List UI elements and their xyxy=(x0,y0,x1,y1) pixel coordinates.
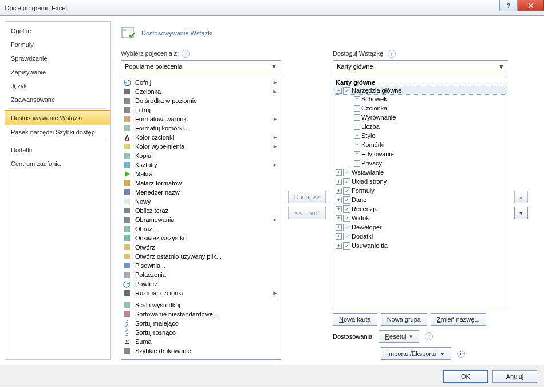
command-item[interactable]: Σ Suma xyxy=(121,337,281,346)
sidebar-item[interactable]: Zaawansowane xyxy=(5,93,110,106)
sidebar-item[interactable]: Ogólne xyxy=(5,24,110,38)
command-item[interactable]: Kolor wypełnienia ► xyxy=(121,142,281,151)
expand-icon[interactable]: + xyxy=(354,124,360,130)
info-icon[interactable]: i xyxy=(182,50,190,58)
command-item[interactable]: Menedżer nazw xyxy=(121,188,281,197)
close-button[interactable] xyxy=(518,0,544,11)
sidebar-item[interactable]: Zapisywanie xyxy=(5,65,110,79)
commands-from-combo[interactable]: Popularne polecenia ▼ xyxy=(121,60,281,72)
checkbox-icon[interactable]: ✓ xyxy=(343,233,350,240)
command-item[interactable]: Formatow. warunk. ► xyxy=(121,114,281,124)
tree-row[interactable]: −✓ Narzędzia główne xyxy=(334,86,507,95)
tree-row[interactable]: +✓ Recenzja xyxy=(334,204,507,213)
command-item[interactable]: Szybkie drukowanie xyxy=(121,346,281,355)
expand-icon[interactable]: + xyxy=(336,233,342,240)
tree-row[interactable]: +✓ Wstawianie xyxy=(334,168,507,177)
command-item[interactable]: Rozmiar czcionki I▸ xyxy=(121,288,281,298)
customize-ribbon-combo[interactable]: Karty główne ▼ xyxy=(333,60,508,72)
checkbox-icon[interactable]: ✓ xyxy=(343,196,350,204)
command-item[interactable]: Scal i wyśrodkuj xyxy=(121,300,281,310)
checkbox-icon[interactable]: ✓ xyxy=(343,242,350,250)
command-item[interactable]: ZA Sortuj malejąco xyxy=(121,319,281,328)
command-item[interactable]: A Kolor czcionki ► xyxy=(121,133,281,142)
new-tab-button[interactable]: Nowa karta xyxy=(333,313,377,326)
remove-button[interactable]: << Usuń xyxy=(288,207,326,219)
command-item[interactable]: Otwórz ostatnio używany plik... xyxy=(121,252,281,261)
move-down-button[interactable]: ▾ xyxy=(514,207,528,219)
expand-icon[interactable]: + xyxy=(354,114,360,121)
checkbox-icon[interactable]: ✓ xyxy=(343,178,350,185)
expand-icon[interactable]: + xyxy=(354,96,360,102)
sidebar-item[interactable]: Centrum zaufania xyxy=(5,157,110,171)
tree-row[interactable]: + Liczba xyxy=(334,122,507,131)
info-icon[interactable]: i xyxy=(457,350,465,358)
move-up-button[interactable]: ▴ xyxy=(514,191,528,203)
command-item[interactable]: Obraz... xyxy=(121,224,281,233)
expand-icon[interactable]: + xyxy=(354,105,360,112)
tree-row[interactable]: +✓ Deweloper xyxy=(334,223,507,232)
command-item[interactable]: Obramowania ► xyxy=(121,215,281,224)
expand-icon[interactable]: + xyxy=(336,224,342,231)
command-item[interactable]: Filtruj xyxy=(121,105,281,114)
import-export-button[interactable]: Importuj/Eksportuj▼ xyxy=(381,347,451,360)
ok-button[interactable]: OK xyxy=(443,370,488,383)
checkbox-icon[interactable]: ✓ xyxy=(343,187,350,195)
command-item[interactable]: Malarz formatów xyxy=(121,179,281,188)
command-item[interactable]: Do środka w poziomie xyxy=(121,96,281,105)
command-item[interactable]: Kopiuj xyxy=(121,151,281,160)
info-icon[interactable]: i xyxy=(425,332,433,340)
tree-row[interactable]: +✓ Widok xyxy=(334,213,507,223)
expand-icon[interactable]: + xyxy=(354,133,360,139)
command-item[interactable]: AZ Sortuj rosnąco xyxy=(121,328,281,337)
checkbox-icon[interactable]: ✓ xyxy=(343,215,350,222)
tree-row[interactable]: + Czcionka xyxy=(334,104,507,113)
sidebar-item[interactable]: Język xyxy=(5,79,110,93)
tree-row[interactable]: +✓ Usuwanie tła xyxy=(334,241,507,250)
command-item[interactable]: Nowy xyxy=(121,197,281,206)
sidebar-item[interactable]: Dostosowywanie Wstążki xyxy=(5,110,110,125)
expand-icon[interactable]: + xyxy=(336,169,342,176)
tree-row[interactable]: +✓ Układ strony xyxy=(334,177,507,186)
expand-icon[interactable]: + xyxy=(336,179,342,185)
expand-icon[interactable]: + xyxy=(354,160,360,167)
sidebar-item[interactable]: Pasek narzędzi Szybki dostęp xyxy=(5,125,110,139)
command-item[interactable]: Otwórz xyxy=(121,243,281,252)
command-item[interactable]: Formatuj komórki... xyxy=(121,124,281,133)
tree-row[interactable]: + Privacy xyxy=(334,159,507,168)
command-item[interactable]: Połączenia xyxy=(121,270,281,279)
tree-row[interactable]: + Edytowanie xyxy=(334,149,507,159)
command-item[interactable]: Czcionka I▸ xyxy=(121,87,281,96)
info-icon[interactable]: i xyxy=(388,50,396,58)
tree-row[interactable]: + Schowek xyxy=(334,94,507,104)
command-item[interactable]: Odśwież wszystko xyxy=(121,233,281,243)
tree-row[interactable]: + Wyrównanie xyxy=(334,113,507,122)
command-item[interactable]: Makra xyxy=(121,169,281,179)
tree-row[interactable]: + Komórki xyxy=(334,140,507,149)
checkbox-icon[interactable]: ✓ xyxy=(343,224,350,231)
new-group-button[interactable]: Nowa grupa xyxy=(381,313,427,326)
tree-row[interactable]: +✓ Dodatki xyxy=(334,232,507,241)
ribbon-tree[interactable]: Karty główne−✓ Narzędzia główne+ Schowek… xyxy=(333,77,508,308)
sidebar-item[interactable]: Dodatki xyxy=(5,143,110,157)
expand-icon[interactable]: + xyxy=(336,215,342,221)
checkbox-icon[interactable]: ✓ xyxy=(343,87,350,94)
expand-icon[interactable]: + xyxy=(336,197,342,203)
checkbox-icon[interactable]: ✓ xyxy=(343,169,350,176)
command-item[interactable]: Oblicz teraz xyxy=(121,206,281,215)
command-item[interactable]: Sortowanie niestandardowe... xyxy=(121,310,281,319)
help-button[interactable]: ? xyxy=(499,0,518,11)
reset-button[interactable]: Resetuj▼ xyxy=(379,330,419,343)
sidebar-item[interactable]: Sprawdzanie xyxy=(5,52,110,65)
expand-icon[interactable]: − xyxy=(336,88,342,94)
expand-icon[interactable]: + xyxy=(336,206,342,212)
sidebar-item[interactable]: Formuły xyxy=(5,38,110,52)
cancel-button[interactable]: Anuluj xyxy=(492,370,537,383)
commands-listbox[interactable]: Cofnij ► Czcionka I▸ Do środka w poziomi… xyxy=(121,77,281,360)
command-item[interactable]: Powtórz xyxy=(121,279,281,288)
expand-icon[interactable]: + xyxy=(354,151,360,157)
command-item[interactable]: Cofnij ► xyxy=(121,78,281,87)
expand-icon[interactable]: + xyxy=(354,142,360,148)
add-button[interactable]: Dodaj >> xyxy=(288,191,326,203)
tree-row[interactable]: + Style xyxy=(334,131,507,140)
expand-icon[interactable]: + xyxy=(336,243,342,249)
